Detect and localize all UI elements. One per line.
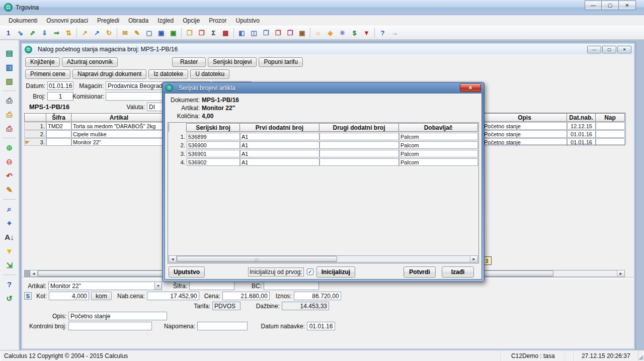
kontrolni-broj-field[interactable] (68, 322, 152, 330)
copy-stack-icon[interactable]: ❐ (260, 27, 272, 39)
doc-close-button[interactable]: ✕ (617, 46, 631, 53)
copy-filter-icon[interactable]: ❐ (196, 27, 207, 39)
inicijalizuj-checkbox[interactable]: ✓ (307, 268, 313, 275)
izadi-button[interactable]: Izađi (442, 266, 474, 278)
header-artikal[interactable]: Artikal (71, 113, 167, 122)
print-setup-icon[interactable]: ⎙ (4, 123, 16, 134)
header-sifra[interactable]: Šifra (46, 113, 71, 122)
unit-button[interactable]: kom (91, 292, 112, 300)
scroll-right-arrow[interactable]: ► (617, 270, 624, 277)
u-datoteku-button[interactable]: U datoteku (190, 69, 229, 79)
knjizenje-button[interactable]: Knjiženje (25, 57, 60, 67)
document-attach-icon[interactable]: ▢ (143, 27, 155, 39)
search-next-icon[interactable]: ⌖ (4, 217, 16, 229)
calendar-icon[interactable]: ▦ (220, 27, 231, 39)
detail-sifra-field[interactable] (189, 282, 234, 290)
serials-scrollbar-thumb[interactable]: ||| (177, 256, 337, 262)
menu-obrada[interactable]: Obrada (124, 16, 153, 25)
iz-datoteke-button[interactable]: Iz datoteke (148, 69, 188, 79)
export-document-icon[interactable]: ⇒ (51, 27, 62, 39)
potvrdi-button[interactable]: Potvrdi (404, 266, 436, 278)
menu-izgled[interactable]: Izgled (153, 16, 178, 25)
menu-dokumenti[interactable]: Dokumenti (4, 16, 42, 25)
uputstvo-button[interactable]: Uputstvo (169, 266, 205, 278)
iznos-field[interactable]: 86.720,00 (294, 292, 341, 300)
sort-az-icon[interactable]: A↓ (4, 231, 16, 243)
serials-scrollbar-track[interactable] (337, 256, 470, 262)
primeni-cene-button[interactable]: Primeni cene (25, 69, 70, 79)
close-button[interactable]: ✕ (619, 1, 636, 10)
inicijalizuj-button[interactable]: Inicijalizuj (316, 266, 355, 278)
help-icon[interactable]: ? (4, 279, 16, 290)
scrollbar-track[interactable] (553, 270, 617, 277)
serial-row[interactable]: 3. 536901 A1 Palcom (169, 150, 478, 157)
refresh-icon[interactable]: ↻ (103, 27, 115, 39)
search-icon[interactable]: ⌕ (4, 203, 16, 215)
edit-icon[interactable]: ✎ (131, 27, 143, 39)
azuriraj-cenovnik-button[interactable]: Ažuriraj cenovnik (62, 57, 118, 67)
mail-icon[interactable]: ✉ (119, 27, 131, 39)
opis-field[interactable]: Početno stanje (68, 312, 167, 320)
resize-grip[interactable]: ◢ (638, 350, 644, 361)
back-icon[interactable]: ↺ (4, 293, 16, 304)
nabcena-field[interactable]: 17.452,90 (147, 292, 199, 300)
kol-field[interactable]: 4,000 (49, 292, 89, 300)
tag-icon[interactable]: ◆ (325, 27, 336, 39)
doc-minimize-button[interactable]: — (587, 46, 601, 53)
detail-bc-field[interactable] (264, 282, 319, 290)
popuni-tarifu-button[interactable]: Popuni tarifu (259, 57, 302, 67)
serijski-brojevi-button[interactable]: Serijski brojevi (208, 57, 257, 67)
add-row-icon[interactable]: ⊕ (4, 142, 16, 153)
serial-row[interactable]: 2. 536900 A1 Palcom (169, 141, 478, 149)
header-rownum[interactable] (24, 113, 46, 122)
settings-gear-icon[interactable]: ✳ (337, 27, 348, 39)
cena-field[interactable]: 21.680,00 (222, 292, 270, 300)
menu-pregledi[interactable]: Pregledi (93, 16, 124, 25)
save-document-icon[interactable]: ⇗ (27, 27, 38, 39)
filter-icon[interactable]: ▼ (4, 245, 16, 257)
serials-hscrollbar[interactable]: ◄ ||| ► (169, 255, 478, 262)
delete-row-icon[interactable]: ⊖ (4, 156, 16, 167)
serial-row[interactable]: 1. 536899 A1 Palcom (169, 133, 478, 140)
serials-scroll-right-arrow[interactable]: ► (470, 256, 477, 262)
pages-info-icon[interactable]: ❐ (284, 27, 296, 39)
open-document-icon[interactable]: ⇘ (15, 27, 26, 39)
save-icon[interactable]: ▤ (4, 47, 16, 59)
book-light-icon[interactable]: ▣ (296, 27, 308, 39)
lightbulb-icon[interactable]: ☼ (312, 27, 324, 39)
print-fast-icon[interactable]: ⎙ (4, 109, 16, 120)
import-document-icon[interactable]: ⇓ (39, 27, 50, 39)
expand-icon[interactable]: ⇲ (4, 259, 16, 271)
sort-updown-icon[interactable]: ⇅ (63, 27, 74, 39)
maximize-button[interactable]: ▢ (602, 1, 619, 10)
help-icon[interactable]: ? (377, 27, 388, 39)
napomena-field[interactable] (197, 322, 248, 330)
menu-opcije[interactable]: Opcije (178, 16, 204, 25)
broj-field[interactable]: 1 (47, 92, 73, 101)
scrollbar-splitter[interactable] (25, 270, 30, 277)
doc-maximize-button[interactable]: ▢ (602, 46, 616, 53)
artikal-dropdown-icon[interactable]: ▼ (154, 282, 162, 290)
raster-button[interactable]: Raster (172, 57, 206, 67)
sum-icon[interactable]: Σ (208, 27, 219, 39)
invoice-icon[interactable]: $ (349, 27, 360, 39)
panel-grid-icon[interactable]: ◫ (248, 27, 260, 39)
copy-highlight-icon[interactable]: ❐ (184, 27, 195, 39)
panel-left-icon[interactable]: ◧ (236, 27, 248, 39)
tarifa-field[interactable]: PDVOS (212, 302, 240, 310)
serials-header-dobavljac[interactable]: Dobavljač (399, 123, 478, 132)
new-document-icon[interactable]: 1 (3, 27, 14, 39)
detail-artikal-combo[interactable]: Monitor 22" (48, 282, 155, 290)
save-export-icon[interactable]: ▧ (4, 75, 16, 87)
edit-row-icon[interactable]: ✎ (4, 184, 16, 196)
send-forward-icon[interactable]: ↗ (79, 27, 91, 39)
menu-prozor[interactable]: Prozor (204, 16, 231, 25)
send-document-icon[interactable]: ↗ (91, 27, 103, 39)
filter-diamond-icon[interactable]: ▼ (361, 27, 372, 39)
pages-filter-icon[interactable]: ❐ (272, 27, 284, 39)
datum-nabavke-field[interactable]: 01.01.16 (307, 322, 335, 330)
undo-icon[interactable]: ↶ (4, 170, 16, 182)
book-green-icon[interactable]: ▣ (168, 27, 179, 39)
serials-header-serijski[interactable]: Serijski broj (187, 123, 240, 132)
serial-row[interactable]: 4. 536902 A1 Palcom (169, 158, 478, 166)
